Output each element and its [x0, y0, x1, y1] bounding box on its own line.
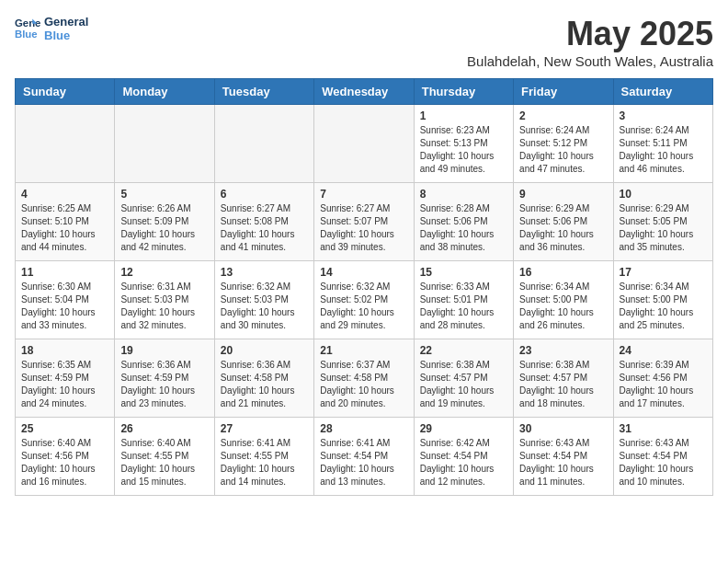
- day-number: 26: [120, 422, 208, 435]
- calendar-table: SundayMondayTuesdayWednesdayThursdayFrid…: [15, 78, 713, 496]
- page-header: General Blue General Blue May 2025 Bulah…: [15, 15, 713, 69]
- day-info: Sunrise: 6:40 AM Sunset: 4:55 PM Dayligh…: [120, 437, 208, 488]
- day-cell: 29Sunrise: 6:42 AM Sunset: 4:54 PM Dayli…: [414, 418, 513, 496]
- day-number: 5: [120, 188, 208, 201]
- day-info: Sunrise: 6:29 AM Sunset: 5:06 PM Dayligh…: [519, 202, 607, 254]
- day-number: 1: [420, 109, 507, 122]
- week-row-2: 4Sunrise: 6:25 AM Sunset: 5:10 PM Daylig…: [16, 183, 713, 261]
- day-info: Sunrise: 6:43 AM Sunset: 4:54 PM Dayligh…: [519, 437, 607, 488]
- day-number: 23: [519, 344, 607, 357]
- day-cell: 27Sunrise: 6:41 AM Sunset: 4:55 PM Dayli…: [214, 418, 313, 496]
- day-cell: 28Sunrise: 6:41 AM Sunset: 4:54 PM Dayli…: [314, 418, 414, 496]
- day-cell: 3Sunrise: 6:24 AM Sunset: 5:11 PM Daylig…: [613, 105, 712, 183]
- day-cell: 11Sunrise: 6:30 AM Sunset: 5:04 PM Dayli…: [16, 261, 115, 339]
- day-number: 17: [620, 266, 707, 279]
- day-number: 12: [120, 266, 208, 279]
- day-info: Sunrise: 6:28 AM Sunset: 5:06 PM Dayligh…: [420, 202, 507, 254]
- day-info: Sunrise: 6:27 AM Sunset: 5:07 PM Dayligh…: [320, 202, 407, 254]
- day-cell: [16, 105, 115, 183]
- week-row-5: 25Sunrise: 6:40 AM Sunset: 4:56 PM Dayli…: [16, 418, 713, 496]
- day-info: Sunrise: 6:34 AM Sunset: 5:00 PM Dayligh…: [519, 281, 607, 332]
- day-number: 3: [620, 109, 707, 122]
- day-info: Sunrise: 6:43 AM Sunset: 4:54 PM Dayligh…: [620, 437, 707, 488]
- svg-text:Blue: Blue: [15, 29, 38, 40]
- day-info: Sunrise: 6:30 AM Sunset: 5:04 PM Dayligh…: [21, 281, 108, 332]
- day-cell: 22Sunrise: 6:38 AM Sunset: 4:57 PM Dayli…: [414, 339, 513, 418]
- day-number: 28: [320, 422, 407, 435]
- day-info: Sunrise: 6:42 AM Sunset: 4:54 PM Dayligh…: [420, 437, 507, 488]
- day-number: 9: [519, 188, 607, 201]
- day-info: Sunrise: 6:40 AM Sunset: 4:56 PM Dayligh…: [21, 437, 108, 488]
- weekday-header-friday: Friday: [514, 79, 613, 105]
- day-cell: 14Sunrise: 6:32 AM Sunset: 5:02 PM Dayli…: [314, 261, 414, 339]
- day-info: Sunrise: 6:26 AM Sunset: 5:09 PM Dayligh…: [120, 202, 208, 254]
- day-number: 22: [420, 344, 507, 357]
- day-cell: 20Sunrise: 6:36 AM Sunset: 4:58 PM Dayli…: [214, 339, 313, 418]
- day-info: Sunrise: 6:31 AM Sunset: 5:03 PM Dayligh…: [120, 281, 208, 332]
- day-info: Sunrise: 6:29 AM Sunset: 5:05 PM Dayligh…: [620, 202, 707, 254]
- day-cell: 25Sunrise: 6:40 AM Sunset: 4:56 PM Dayli…: [16, 418, 115, 496]
- day-cell: 7Sunrise: 6:27 AM Sunset: 5:07 PM Daylig…: [314, 183, 414, 261]
- day-info: Sunrise: 6:38 AM Sunset: 4:57 PM Dayligh…: [519, 359, 607, 410]
- day-cell: [214, 105, 313, 183]
- day-info: Sunrise: 6:41 AM Sunset: 4:55 PM Dayligh…: [221, 437, 308, 488]
- weekday-header-tuesday: Tuesday: [214, 79, 313, 105]
- day-cell: 23Sunrise: 6:38 AM Sunset: 4:57 PM Dayli…: [514, 339, 613, 418]
- day-number: 10: [620, 188, 707, 201]
- day-number: 31: [620, 422, 707, 435]
- day-number: 6: [221, 188, 308, 201]
- logo-icon: General Blue: [15, 16, 40, 41]
- day-cell: 18Sunrise: 6:35 AM Sunset: 4:59 PM Dayli…: [16, 339, 115, 418]
- day-number: 18: [21, 344, 108, 357]
- day-info: Sunrise: 6:37 AM Sunset: 4:58 PM Dayligh…: [320, 359, 407, 410]
- day-number: 2: [519, 109, 607, 122]
- day-cell: 30Sunrise: 6:43 AM Sunset: 4:54 PM Dayli…: [514, 418, 613, 496]
- weekday-header-saturday: Saturday: [613, 79, 712, 105]
- day-cell: 9Sunrise: 6:29 AM Sunset: 5:06 PM Daylig…: [514, 183, 613, 261]
- day-number: 29: [420, 422, 507, 435]
- day-number: 4: [21, 188, 108, 201]
- day-info: Sunrise: 6:27 AM Sunset: 5:08 PM Dayligh…: [221, 202, 308, 254]
- week-row-4: 18Sunrise: 6:35 AM Sunset: 4:59 PM Dayli…: [16, 339, 713, 418]
- day-info: Sunrise: 6:39 AM Sunset: 4:56 PM Dayligh…: [620, 359, 707, 410]
- day-cell: 21Sunrise: 6:37 AM Sunset: 4:58 PM Dayli…: [314, 339, 414, 418]
- day-cell: 13Sunrise: 6:32 AM Sunset: 5:03 PM Dayli…: [214, 261, 313, 339]
- day-number: 11: [21, 266, 108, 279]
- day-info: Sunrise: 6:36 AM Sunset: 4:59 PM Dayligh…: [120, 359, 208, 410]
- day-info: Sunrise: 6:32 AM Sunset: 5:03 PM Dayligh…: [221, 281, 308, 332]
- day-info: Sunrise: 6:24 AM Sunset: 5:11 PM Dayligh…: [620, 124, 707, 176]
- day-info: Sunrise: 6:36 AM Sunset: 4:58 PM Dayligh…: [221, 359, 308, 410]
- day-info: Sunrise: 6:24 AM Sunset: 5:12 PM Dayligh…: [519, 124, 607, 176]
- logo-blue: Blue: [44, 29, 88, 42]
- day-number: 27: [221, 422, 308, 435]
- day-cell: 5Sunrise: 6:26 AM Sunset: 5:09 PM Daylig…: [115, 183, 214, 261]
- day-cell: [314, 105, 414, 183]
- logo: General Blue General Blue: [15, 15, 88, 42]
- day-info: Sunrise: 6:38 AM Sunset: 4:57 PM Dayligh…: [420, 359, 507, 410]
- day-info: Sunrise: 6:32 AM Sunset: 5:02 PM Dayligh…: [320, 281, 407, 332]
- day-cell: 15Sunrise: 6:33 AM Sunset: 5:01 PM Dayli…: [414, 261, 513, 339]
- day-info: Sunrise: 6:25 AM Sunset: 5:10 PM Dayligh…: [21, 202, 108, 254]
- day-cell: 16Sunrise: 6:34 AM Sunset: 5:00 PM Dayli…: [514, 261, 613, 339]
- week-row-1: 1Sunrise: 6:23 AM Sunset: 5:13 PM Daylig…: [16, 105, 713, 183]
- title-block: May 2025 Bulahdelah, New South Wales, Au…: [467, 15, 713, 69]
- weekday-header-thursday: Thursday: [414, 79, 513, 105]
- day-number: 19: [120, 344, 208, 357]
- day-cell: 17Sunrise: 6:34 AM Sunset: 5:00 PM Dayli…: [613, 261, 712, 339]
- day-cell: 10Sunrise: 6:29 AM Sunset: 5:05 PM Dayli…: [613, 183, 712, 261]
- day-cell: 12Sunrise: 6:31 AM Sunset: 5:03 PM Dayli…: [115, 261, 214, 339]
- day-cell: 31Sunrise: 6:43 AM Sunset: 4:54 PM Dayli…: [613, 418, 712, 496]
- day-number: 7: [320, 188, 407, 201]
- location-subtitle: Bulahdelah, New South Wales, Australia: [467, 53, 713, 69]
- weekday-header-wednesday: Wednesday: [314, 79, 414, 105]
- day-cell: [115, 105, 214, 183]
- day-number: 21: [320, 344, 407, 357]
- week-row-3: 11Sunrise: 6:30 AM Sunset: 5:04 PM Dayli…: [16, 261, 713, 339]
- day-number: 20: [221, 344, 308, 357]
- weekday-header-monday: Monday: [115, 79, 214, 105]
- day-cell: 1Sunrise: 6:23 AM Sunset: 5:13 PM Daylig…: [414, 105, 513, 183]
- day-info: Sunrise: 6:41 AM Sunset: 4:54 PM Dayligh…: [320, 437, 407, 488]
- day-number: 14: [320, 266, 407, 279]
- day-cell: 4Sunrise: 6:25 AM Sunset: 5:10 PM Daylig…: [16, 183, 115, 261]
- day-number: 25: [21, 422, 108, 435]
